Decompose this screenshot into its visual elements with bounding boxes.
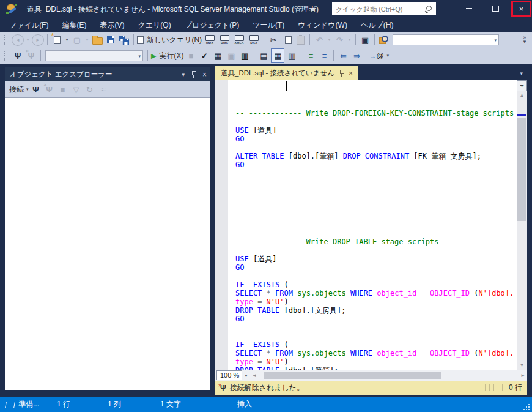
find-in-files-icon[interactable] xyxy=(378,33,390,47)
scroll-right-icon[interactable]: ► xyxy=(519,373,527,378)
scroll-up-icon[interactable]: ▲ xyxy=(517,93,527,98)
oe-filter-icon[interactable]: ▽ xyxy=(70,83,83,96)
code-line: GO xyxy=(235,315,515,323)
comment-lines-icon[interactable]: ≡ xyxy=(305,49,317,62)
find-combobox[interactable]: ▾ xyxy=(393,34,499,45)
scroll-left-icon[interactable]: ◄ xyxy=(250,373,259,378)
actual-plan-icon[interactable]: ▣ xyxy=(225,49,237,62)
toolbar2-overflow-icon[interactable]: ▾ xyxy=(385,49,391,62)
object-explorer-header[interactable]: オブジェクト エクスプローラー ▾ × xyxy=(5,67,210,81)
toolbar1-overflow-button[interactable]: »▾ xyxy=(520,36,530,44)
mdx-query-icon[interactable]: MDX xyxy=(203,33,216,47)
maximize-button[interactable] xyxy=(486,0,504,17)
navigate-forward-icon[interactable]: ► xyxy=(32,34,44,46)
paste-icon[interactable] xyxy=(294,33,306,47)
zoom-dropdown-icon[interactable]: ▼ xyxy=(242,373,250,378)
sep xyxy=(333,50,334,61)
results-to-grid-icon[interactable]: ▦ xyxy=(271,48,284,63)
minimize-button[interactable] xyxy=(460,0,478,17)
title-bar: 道具_DDL.sql - 接続されていません - Microsoft SQL S… xyxy=(0,0,532,18)
vertical-scrollbar[interactable]: ▲ ▼ xyxy=(517,91,527,370)
dax-query-icon[interactable]: DAX xyxy=(247,33,260,47)
scroll-down-icon[interactable]: ▼ xyxy=(517,363,527,368)
cancel-query-icon[interactable]: ■ xyxy=(185,49,197,62)
horizontal-scrollbar[interactable] xyxy=(260,372,517,379)
server-properties-icon[interactable]: ▥ xyxy=(238,49,251,62)
sqlcmd-mode-icon[interactable]: →@ xyxy=(369,49,383,62)
tab-list-dropdown-icon[interactable]: ▾ xyxy=(520,70,523,77)
pin-icon[interactable] xyxy=(191,70,196,78)
vertical-scroll-thumb[interactable] xyxy=(517,118,526,221)
navigate-back-dropdown-icon[interactable]: ▾ xyxy=(25,33,31,47)
copy-icon[interactable] xyxy=(281,33,293,47)
code-line: DROP TABLE [dbo].[文房具]; xyxy=(235,306,515,315)
menu-help[interactable]: ヘルプ(H) xyxy=(354,18,401,32)
connect-dropdown[interactable]: 接続▾ xyxy=(9,83,29,96)
object-explorer-title: オブジェクト エクスプローラー xyxy=(10,70,112,79)
menu-project[interactable]: プロジェクト(P) xyxy=(178,18,246,32)
xmla-query-icon[interactable]: XMLA xyxy=(232,33,246,47)
query-options-icon[interactable]: ▤ xyxy=(257,49,270,62)
code-area[interactable]: -- ------------ Write DROP-FOREIGN-KEY-C… xyxy=(235,83,515,370)
execute-button[interactable]: ▶実行(X) xyxy=(151,49,183,62)
cut-icon[interactable]: ✂ xyxy=(267,33,279,47)
results-to-file-icon[interactable]: ▥ xyxy=(286,49,298,62)
new-file-dropdown-icon[interactable]: ▾ xyxy=(64,33,70,47)
oe-disconnect-icon[interactable]: Ψ× xyxy=(43,83,56,96)
menu-window[interactable]: ウィンドウ(W) xyxy=(291,18,354,32)
save-icon[interactable] xyxy=(105,33,117,47)
new-query-button[interactable]: 新しいクエリ(N) xyxy=(137,33,202,47)
open-file-icon[interactable] xyxy=(91,33,103,47)
tab-pin-icon[interactable] xyxy=(339,69,344,77)
document-tab[interactable]: 道具_DDL.sql - 接続されていません × xyxy=(215,66,358,80)
estimated-plan-icon[interactable]: ▦ xyxy=(212,49,224,62)
new-file-icon[interactable]: * xyxy=(51,33,63,47)
save-all-icon[interactable] xyxy=(118,33,130,47)
oe-refresh-icon[interactable]: ↻ xyxy=(84,83,96,96)
undo-icon[interactable]: ↶ xyxy=(313,33,325,47)
redo-dropdown-icon[interactable]: ▾ xyxy=(347,33,352,47)
oe-activity-monitor-icon[interactable]: ≈ xyxy=(97,83,109,96)
panel-close-icon[interactable]: × xyxy=(202,70,207,79)
undo-dropdown-icon[interactable]: ▾ xyxy=(327,33,332,47)
sql-editor-toolbar: ΨΨ×▾▶実行(X)■✓▦▣▥▤▦▥≡≡⇐⇒→@▾ xyxy=(0,48,532,64)
navigate-back-icon[interactable]: ◄ xyxy=(12,34,24,46)
activity-monitor-icon[interactable]: ▣ xyxy=(359,33,371,47)
code-line: GO xyxy=(235,263,515,272)
change-connection-icon[interactable]: Ψ× xyxy=(25,49,37,62)
app-icon xyxy=(6,4,17,15)
sql-editor[interactable]: -- ------------ Write DROP-FOREIGN-KEY-C… xyxy=(215,80,527,370)
text-caret xyxy=(286,81,287,91)
quick-launch-box[interactable] xyxy=(332,2,436,15)
oe-stop-icon[interactable]: ■ xyxy=(57,83,69,96)
code-line xyxy=(235,118,515,126)
menu-query[interactable]: クエリ(Q) xyxy=(131,18,177,32)
database-combobox[interactable]: ▾ xyxy=(45,50,143,61)
menu-tools[interactable]: ツール(T) xyxy=(246,18,291,32)
editor-status-bar: Ψ× 接続解除されました。 0 行 xyxy=(215,381,527,395)
object-explorer-tree[interactable] xyxy=(5,98,210,390)
quick-launch-input[interactable] xyxy=(332,6,425,13)
menu-view[interactable]: 表示(V) xyxy=(93,18,131,32)
code-line xyxy=(235,323,515,332)
dmx-query-icon[interactable]: DMX xyxy=(218,33,231,47)
decrease-indent-icon[interactable]: ⇐ xyxy=(337,49,349,62)
panel-options-icon[interactable]: ▾ xyxy=(182,72,185,78)
menu-edit[interactable]: 編集(E) xyxy=(55,18,93,32)
menu-bar: ファイル(F)編集(E)表示(V)クエリ(Q)プロジェクト(P)ツール(T)ウィ… xyxy=(0,18,532,32)
uncomment-lines-icon[interactable]: ≡ xyxy=(318,49,330,62)
resize-grip[interactable] xyxy=(522,403,530,410)
split-handle-icon[interactable]: ÷ xyxy=(517,80,527,91)
increase-indent-icon[interactable]: ⇒ xyxy=(350,49,363,62)
tab-close-icon[interactable]: × xyxy=(349,69,353,78)
oe-connect-icon[interactable]: Ψ xyxy=(30,83,42,96)
add-item-dropdown-icon[interactable]: ▾ xyxy=(84,33,90,47)
add-item-icon[interactable]: ▢ xyxy=(71,33,83,47)
zoom-level-combobox[interactable]: 100 % xyxy=(216,370,242,380)
close-button[interactable]: × xyxy=(511,1,531,17)
redo-icon[interactable]: ↷ xyxy=(333,33,345,47)
menu-file[interactable]: ファイル(F) xyxy=(2,18,55,32)
horizontal-scroll-thumb[interactable] xyxy=(264,372,441,379)
connect-icon[interactable]: Ψ xyxy=(12,49,24,62)
parse-icon[interactable]: ✓ xyxy=(198,49,210,62)
